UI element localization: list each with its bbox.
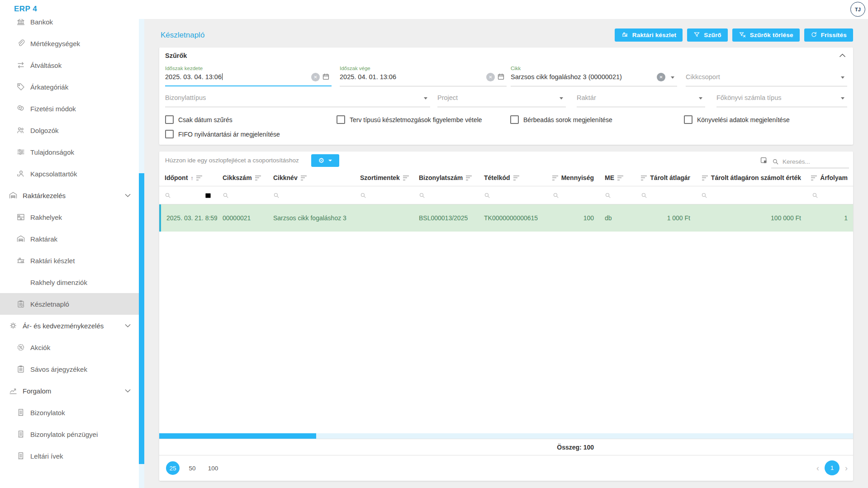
fokonyvi-szamla-tipus-field[interactable]: Főkönyvi számla típus: [716, 86, 847, 107]
user-avatar[interactable]: TJ: [850, 2, 865, 17]
cikkcsoport-field[interactable]: Cikkcsoport: [686, 66, 847, 86]
column-filter-tetelkod[interactable]: [479, 186, 547, 204]
sidebar-item-raktari-keszlet[interactable]: Raktári készlet: [0, 250, 139, 271]
column-filter-tarolt-atlagaron-szamolt-ertek[interactable]: [696, 186, 806, 204]
column-filter-szortimentek[interactable]: [355, 186, 413, 204]
header-filter-icon[interactable]: [617, 175, 623, 180]
column-header-tetelkod[interactable]: Tételkód: [479, 170, 547, 186]
szurok-torlese-button[interactable]: Szűrők törlése: [732, 28, 800, 42]
header-filter-icon[interactable]: [811, 175, 817, 180]
sidebar-item-arkategoriak[interactable]: Árkategóriák: [0, 76, 139, 98]
header-filter-icon[interactable]: [513, 175, 519, 180]
checkbox-terv-tipusu-keszletmozgasok-figyelembe-vetele[interactable]: Terv típusú készletmozgások figyelembe v…: [337, 115, 482, 124]
chevron-down-icon[interactable]: [560, 97, 563, 99]
column-header-szortimentek[interactable]: Szortimentek: [355, 170, 413, 186]
column-filter-me[interactable]: [599, 186, 636, 204]
header-filter-icon[interactable]: [702, 175, 708, 180]
table-row[interactable]: 2025. 03. 21. 8:5900000021Sarzsos cikk f…: [159, 204, 853, 232]
chevron-down-icon[interactable]: [424, 97, 427, 99]
project-field[interactable]: Project: [437, 86, 566, 107]
sidebar-item-keszletnaplo[interactable]: Készletnapló: [0, 293, 139, 315]
column-filter-mennyiseg[interactable]: [547, 186, 599, 204]
calendar-icon[interactable]: [322, 73, 330, 81]
header-filter-icon[interactable]: [301, 175, 307, 180]
szuro-button[interactable]: Szűrő: [687, 28, 728, 42]
sidebar-item-mertekegysegek[interactable]: Mértékegységek: [0, 33, 139, 54]
sidebar-item-leltari-ivek[interactable]: Leltári ívek: [0, 445, 139, 467]
grid-settings-button[interactable]: ⚙: [311, 154, 339, 167]
column-filter-tarolt-atlagar[interactable]: [636, 186, 696, 204]
collapse-filters-chevron[interactable]: [839, 53, 846, 58]
checkbox-box[interactable]: [165, 130, 174, 138]
column-header-cikkszam[interactable]: Cikkszám: [217, 170, 268, 186]
sidebar-item-bankok[interactable]: Bankok: [0, 19, 139, 33]
column-filter-bizonylatszam[interactable]: [413, 186, 479, 204]
sidebar-item-dolgozok[interactable]: Dolgozók: [0, 119, 139, 141]
clear-icon[interactable]: ✕: [486, 73, 495, 81]
cikk-field[interactable]: Cikk Sarzsos cikk fogaláshoz 3 (00000021…: [511, 66, 677, 86]
grid-search-input[interactable]: Keresés...: [771, 155, 849, 168]
sidebar-item-akciok[interactable]: Akciók: [0, 336, 139, 358]
chevron-down-icon[interactable]: [841, 76, 844, 79]
sidebar-item-raktarak[interactable]: Raktárak: [0, 228, 139, 250]
chevron-down-icon[interactable]: [671, 76, 674, 79]
raktar-field[interactable]: Raktár: [577, 86, 705, 107]
page-size-100[interactable]: 100: [205, 461, 221, 475]
sidebar-item-raktarkezeles[interactable]: Raktárkezelés: [0, 185, 139, 206]
column-header-bizonylatszam[interactable]: Bizonylatszám: [413, 170, 479, 186]
calendar-icon[interactable]: [204, 192, 212, 199]
sidebar-scrollbar-thumb[interactable]: [139, 173, 144, 464]
header-filter-icon[interactable]: [255, 175, 261, 180]
clear-icon[interactable]: ✕: [311, 73, 320, 81]
page-size-50[interactable]: 50: [185, 461, 199, 475]
sidebar-item-bizonylatok[interactable]: Bizonylatok: [0, 402, 139, 423]
column-header-cikknev[interactable]: Cikknév: [268, 170, 355, 186]
checkbox-box[interactable]: [510, 115, 519, 124]
header-filter-icon[interactable]: [196, 175, 202, 180]
sidebar-item-forgalom[interactable]: Forgalom: [0, 380, 139, 402]
horizontal-scrollbar-thumb[interactable]: [159, 433, 316, 439]
idoszak-vege-field[interactable]: Időszak vége 2025. 04. 01. 13:06 ✕: [340, 66, 507, 86]
raktari-keszlet-button[interactable]: Raktári készlet: [615, 28, 683, 42]
column-chooser-icon[interactable]: [760, 156, 768, 164]
column-header-me[interactable]: ME: [599, 170, 636, 186]
column-filter-cikknev[interactable]: [268, 186, 355, 204]
checkbox-csak-datum-szures[interactable]: Csak dátum szűrés: [165, 115, 232, 124]
checkbox-box[interactable]: [337, 115, 345, 124]
bizonylattipus-field[interactable]: Bizonylattípus: [165, 86, 430, 107]
header-filter-icon[interactable]: [552, 175, 558, 180]
sidebar-item-tulajdonsagok[interactable]: Tulajdonságok: [0, 141, 139, 163]
sidebar-item-rakhelyek[interactable]: Rakhelyek: [0, 206, 139, 228]
checkbox-box[interactable]: [165, 115, 174, 124]
column-filter-idopont[interactable]: [159, 186, 217, 204]
column-header-mennyiseg[interactable]: Mennyiség: [547, 170, 599, 186]
next-page-icon[interactable]: ›: [845, 464, 848, 472]
checkbox-berbeadas-sorok-megjelenitese[interactable]: Bérbeadás sorok megjelenítése: [510, 115, 612, 124]
sidebar-item-savos-arjegyzekek[interactable]: Sávos árjegyzékek: [0, 358, 139, 380]
page-number-button[interactable]: 1: [825, 460, 840, 475]
sidebar-item-ar-es-kedvezmenykezeles[interactable]: Ár- és kedvezménykezelés: [0, 315, 139, 336]
checkbox-konyvelesi-adatok-megjelenitese[interactable]: Könyvelési adatok megjelenítése: [684, 115, 790, 124]
header-filter-icon[interactable]: [403, 175, 409, 180]
sidebar-item-atvaltasok[interactable]: Átváltások: [0, 54, 139, 76]
page-size-25[interactable]: 25: [166, 461, 180, 475]
column-header-tarolt-atlagaron-szamolt-ertek[interactable]: Tárolt átlagáron számolt érték: [696, 170, 806, 186]
header-filter-icon[interactable]: [466, 175, 472, 180]
chevron-down-icon[interactable]: [841, 97, 844, 99]
previous-page-icon[interactable]: ‹: [816, 464, 819, 472]
column-filter-cikkszam[interactable]: [217, 186, 268, 204]
column-header-arfolyam[interactable]: Árfolyam: [806, 170, 853, 186]
sidebar-item-bizonylatok-penzugyei[interactable]: Bizonylatok pénzügyei: [0, 423, 139, 445]
column-header-tarolt-atlagar[interactable]: Tárolt átlagár: [636, 170, 696, 186]
sidebar-item-fizetesi-modok[interactable]: Fizetési módok: [0, 98, 139, 119]
chevron-down-icon[interactable]: [699, 97, 702, 99]
idoszak-kezdete-field[interactable]: Időszak kezdete 2025. 03. 04. 13:06 ✕: [165, 66, 332, 86]
header-filter-icon[interactable]: [641, 175, 647, 180]
sidebar-item-rakhely-dimenziok[interactable]: Rakhely dimenziók: [0, 271, 139, 293]
clear-icon[interactable]: ✕: [657, 73, 665, 81]
sidebar-item-kapcsolattartok[interactable]: Kapcsolattartók: [0, 163, 139, 185]
checkbox-box[interactable]: [684, 115, 693, 124]
calendar-icon[interactable]: [497, 73, 505, 81]
column-header-idopont[interactable]: Időpont↑: [159, 170, 217, 186]
checkbox-fifo-nyilvantartasi-ar-megjelenitese[interactable]: FIFO nyilvántartási ár megjelenítése: [165, 130, 280, 138]
